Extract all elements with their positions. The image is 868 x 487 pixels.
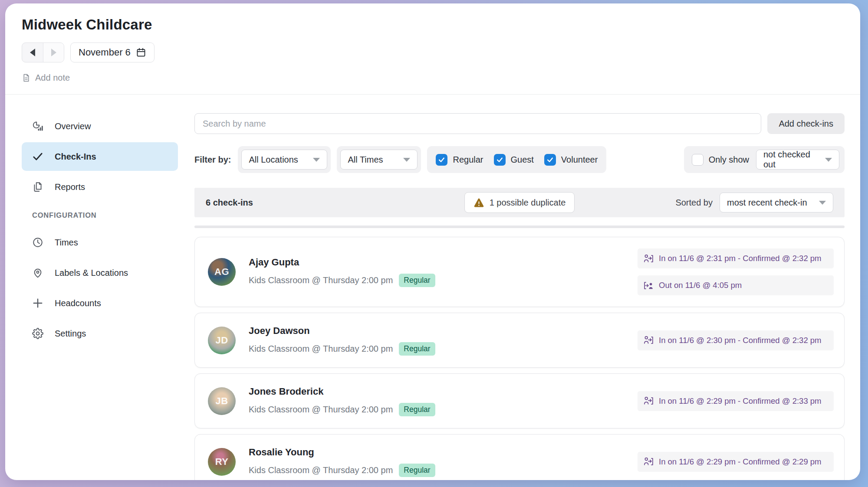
checked-out-select-value: not checked out [763, 150, 817, 170]
times-filter-group: All Times [337, 146, 421, 173]
attendee-type-badge: Regular [399, 274, 435, 287]
check-out-status: Out on 11/6 @ 4:05 pm [638, 275, 834, 295]
person-in-icon [644, 335, 654, 345]
date-label: November 6 [79, 47, 131, 58]
sidebar-item-label: Headcounts [55, 298, 101, 308]
attendee-type-badge: Regular [399, 403, 435, 416]
check-in-card[interactable]: JB Jones Broderick Kids Classroom @ Thur… [194, 373, 845, 428]
check-in-status: In on 11/6 @ 2:29 pm - Confirmed @ 2:29 … [638, 452, 834, 472]
previous-day-button[interactable] [22, 43, 43, 62]
checkbox-checked-icon [436, 154, 447, 166]
arrow-right-icon [51, 49, 56, 56]
location-time-label: Kids Classroom @ Thursday 2:00 pm [249, 275, 393, 285]
sidebar-item-headcounts[interactable]: Headcounts [22, 289, 178, 317]
sidebar-item-label: Overview [55, 121, 91, 131]
checkbox-checked-icon [544, 154, 556, 166]
list-divider [194, 226, 845, 228]
add-note-button[interactable]: Add note [22, 73, 70, 83]
sidebar-item-labels-locations[interactable]: Labels & Locations [22, 258, 178, 287]
possible-duplicate-button[interactable]: 1 possible duplicate [464, 192, 575, 213]
only-show-filter-group: Only show not checked out [684, 146, 845, 173]
checkbox-checked-icon [494, 154, 506, 166]
search-input[interactable] [194, 113, 761, 134]
sidebar: Overview Check-Ins Reports CONFIGURATION [5, 95, 194, 480]
page-title: Midweek Childcare [22, 16, 860, 33]
sidebar-item-settings[interactable]: Settings [22, 319, 178, 348]
add-note-label: Add note [35, 73, 70, 83]
gear-icon [32, 328, 43, 339]
next-day-button[interactable] [43, 43, 64, 62]
chevron-down-icon [403, 158, 410, 162]
chevron-down-icon [825, 158, 832, 162]
person-out-icon [644, 281, 654, 291]
check-in-card[interactable]: AG Ajay Gupta Kids Classroom @ Thursday … [194, 237, 845, 307]
checkbox-unchecked-icon [692, 154, 704, 166]
main-panel: Add check-ins Filter by: All Locations A… [194, 95, 860, 480]
location-time-label: Kids Classroom @ Thursday 2:00 pm [249, 405, 393, 415]
arrow-left-icon [30, 49, 35, 56]
check-in-status-text: In on 11/6 @ 2:29 pm - Confirmed @ 2:33 … [659, 396, 822, 406]
clock-icon [32, 237, 43, 248]
check-icon [32, 151, 43, 162]
add-check-ins-button[interactable]: Add check-ins [767, 113, 845, 134]
person-name: Rosalie Young [249, 447, 435, 458]
avatar: AG [208, 258, 236, 286]
date-picker-button[interactable]: November 6 [70, 42, 155, 62]
calendar-icon [136, 47, 146, 58]
only-show-checkbox[interactable]: Only show [692, 154, 749, 166]
times-select-value: All Times [348, 155, 383, 165]
sidebar-item-label: Labels & Locations [55, 268, 128, 278]
checkbox-label: Regular [453, 155, 483, 165]
check-in-status-text: In on 11/6 @ 2:29 pm - Confirmed @ 2:29 … [659, 457, 822, 467]
avatar-initials: RY [215, 456, 229, 467]
guest-checkbox[interactable]: Guest [494, 154, 534, 166]
regular-checkbox[interactable]: Regular [436, 154, 483, 166]
avatar: JB [208, 387, 236, 415]
check-ins-list: AG Ajay Gupta Kids Classroom @ Thursday … [194, 237, 845, 480]
check-in-card[interactable]: RY Rosalie Young Kids Classroom @ Thursd… [194, 434, 845, 480]
pie-chart-icon [32, 121, 43, 132]
sidebar-item-times[interactable]: Times [22, 228, 178, 257]
locations-select-value: All Locations [249, 155, 298, 165]
check-in-status-text: In on 11/6 @ 2:30 pm - Confirmed @ 2:32 … [659, 336, 822, 345]
volunteer-checkbox[interactable]: Volunteer [544, 154, 598, 166]
filter-bar: Filter by: All Locations All Times [194, 146, 845, 173]
date-pager [22, 42, 64, 62]
check-ins-count: 6 check-ins [206, 198, 464, 208]
attendee-type-badge: Regular [399, 342, 435, 356]
sidebar-item-check-ins[interactable]: Check-Ins [22, 142, 178, 171]
check-in-status-text: In on 11/6 @ 2:31 pm - Confirmed @ 2:32 … [659, 254, 822, 263]
chevron-down-icon [819, 201, 826, 205]
location-time-label: Kids Classroom @ Thursday 2:00 pm [249, 344, 393, 354]
check-out-status-text: Out on 11/6 @ 4:05 pm [659, 281, 742, 290]
sorted-by-label: Sorted by [675, 198, 713, 208]
header-divider [5, 94, 860, 95]
sort-select-value: most recent check-in [727, 198, 807, 208]
note-icon [22, 73, 31, 82]
sidebar-item-label: Reports [55, 182, 85, 192]
configuration-section-label: CONFIGURATION [22, 207, 194, 223]
location-time-label: Kids Classroom @ Thursday 2:00 pm [249, 465, 393, 475]
possible-duplicate-label: 1 possible duplicate [490, 198, 566, 208]
checkbox-label: Guest [511, 155, 534, 165]
sidebar-item-label: Times [55, 238, 78, 248]
checked-out-select[interactable]: not checked out [756, 150, 839, 170]
warning-icon [473, 197, 484, 208]
avatar-initials: JD [215, 335, 228, 346]
locations-select[interactable]: All Locations [241, 150, 327, 170]
locations-filter-group: All Locations [238, 146, 331, 173]
sort-select[interactable]: most recent check-in [720, 193, 833, 212]
sidebar-item-label: Check-Ins [55, 152, 96, 162]
person-name: Ajay Gupta [249, 257, 435, 268]
plus-icon [32, 297, 43, 309]
pages-icon [32, 181, 43, 193]
chevron-down-icon [313, 158, 320, 162]
check-in-status: In on 11/6 @ 2:30 pm - Confirmed @ 2:32 … [638, 330, 834, 350]
map-pin-icon [32, 267, 43, 278]
sidebar-item-overview[interactable]: Overview [22, 112, 178, 141]
person-in-icon [644, 457, 654, 467]
type-filter-group: Regular Guest Volunteer [427, 146, 606, 173]
sidebar-item-reports[interactable]: Reports [22, 173, 178, 201]
times-select[interactable]: All Times [340, 150, 418, 170]
check-in-card[interactable]: JD Joey Dawson Kids Classroom @ Thursday… [194, 313, 845, 368]
